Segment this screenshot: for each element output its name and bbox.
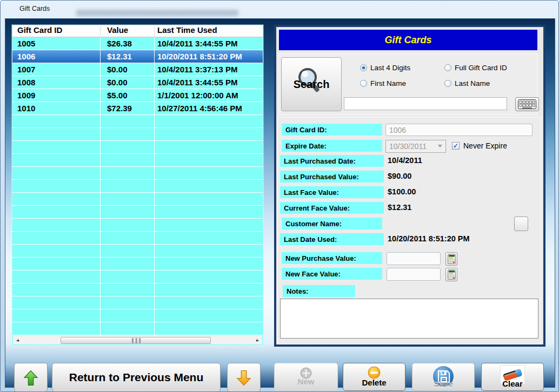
return-to-previous-menu-button[interactable]: Return to Previous Menu (52, 363, 221, 392)
radio-label: First Name (370, 79, 406, 87)
radio-icon[interactable] (360, 80, 367, 87)
cell-value: $5.00 (100, 89, 154, 102)
panel-title: Gift Cards (279, 30, 537, 50)
new-button-label: New (275, 377, 337, 386)
return-button-label: Return to Previous Menu (69, 371, 204, 384)
expire-date-label: Expire Date: (282, 140, 382, 152)
content-area: Gift Card ID Value Last Time Used 1005 $… (5, 18, 555, 388)
fields-section: Gift Card ID: Expire Date: 10/30/2011 ✓ … (277, 117, 541, 344)
expire-date-value: 10/30/2011 (389, 142, 427, 151)
last-purchased-date-value: 10/4/2011 (388, 156, 422, 165)
last-date-used-value: 10/20/2011 8:51:20 PM (388, 234, 470, 243)
calculator-icon (448, 254, 456, 264)
search-section: Search Last 4 Digits Full Gift Card ID F… (278, 53, 538, 115)
radio-icon[interactable] (444, 64, 451, 71)
header-separator (100, 26, 101, 36)
column-header-value[interactable]: Value (100, 25, 154, 37)
last-purchased-value-value: $90.00 (388, 172, 411, 180)
title-bar: Gift Cards (1, 1, 558, 18)
scrollbar-thumb[interactable]: ▐▐▐ (61, 337, 211, 344)
save-button-label: Save (412, 379, 474, 388)
cell-value: $0.00 (100, 76, 154, 89)
customer-name-label: Customer Name: (282, 218, 382, 229)
last-date-used-label: Last Date Used: (280, 233, 384, 245)
empty-row (12, 141, 263, 154)
cell-id: 1008 (12, 76, 100, 89)
cell-value: $72.39 (100, 102, 154, 114)
header-separator (154, 26, 155, 36)
save-button[interactable]: Save (412, 363, 475, 391)
empty-row (12, 167, 263, 180)
empty-row (12, 258, 263, 271)
radio-icon[interactable] (360, 64, 367, 71)
cell-last-used: 10/4/2011 3:37:13 PM (154, 63, 263, 76)
keyboard-button[interactable] (515, 97, 539, 111)
new-purchase-value-input[interactable] (387, 252, 441, 265)
radio-first-name[interactable]: First Name (360, 79, 406, 87)
notes-label: Notes: (283, 285, 355, 297)
last-face-value-value: $100.00 (388, 187, 416, 196)
table-row[interactable]: 1007 $0.00 10/4/2011 3:37:13 PM (12, 63, 263, 76)
cell-last-used: 10/27/2011 4:56:46 PM (154, 102, 263, 114)
empty-row (12, 115, 263, 128)
current-face-value-label: Current Face Value: (280, 202, 384, 214)
cell-last-used: 1/1/2001 12:00:00 AM (154, 89, 263, 102)
empty-row (12, 232, 263, 245)
radio-last-name[interactable]: Last Name (444, 79, 490, 87)
search-button[interactable]: Search (281, 57, 342, 111)
radio-full-gift-card-id[interactable]: Full Gift Card ID (444, 64, 507, 72)
radio-label: Last 4 Digits (370, 64, 410, 72)
horizontal-scrollbar[interactable]: ◄ ▐▐▐ ► (13, 335, 262, 344)
notes-textarea[interactable] (280, 299, 538, 339)
never-expire-checkbox[interactable]: ✓ (452, 142, 460, 150)
new-face-value-input[interactable] (387, 268, 441, 281)
current-face-value-value: $12.31 (388, 203, 411, 212)
radio-last-4-digits[interactable]: Last 4 Digits (360, 64, 410, 72)
delete-button[interactable]: Delete (343, 363, 405, 391)
empty-row (12, 180, 263, 193)
radio-label: Last Name (455, 79, 490, 87)
empty-row (12, 309, 263, 322)
expire-date-dropdown[interactable]: 10/30/2011 (385, 140, 446, 153)
scroll-up-button[interactable] (14, 363, 48, 392)
calculator-button[interactable] (445, 252, 457, 266)
customer-lookup-button[interactable] (514, 217, 528, 231)
gift-card-id-label: Gift Card ID: (282, 124, 382, 136)
table-row[interactable]: 1010 $72.39 10/27/2011 4:56:46 PM (12, 102, 263, 115)
column-header-last-time-used[interactable]: Last Time Used (154, 25, 263, 37)
table-row[interactable]: 1009 $5.00 1/1/2001 12:00:00 AM (12, 89, 263, 102)
empty-row (12, 193, 263, 206)
new-face-value-label: New Face Value: (282, 268, 382, 280)
gift-cards-window: Gift Cards Gift Card ID Value Last Time … (0, 0, 559, 392)
cell-value: $26.38 (100, 37, 154, 50)
radio-icon[interactable] (444, 80, 451, 87)
search-input[interactable] (344, 97, 507, 110)
last-purchased-date-label: Last Purchased Date: (280, 155, 384, 167)
table-row[interactable]: 1008 $0.00 10/4/2011 3:44:55 PM (12, 76, 263, 89)
green-up-arrow-icon (22, 369, 39, 387)
calculator-button[interactable] (445, 268, 457, 281)
never-expire-label: Never Expire (463, 141, 507, 150)
scroll-down-button[interactable] (227, 363, 261, 392)
scroll-left-arrow-icon[interactable]: ◄ (13, 336, 22, 344)
clear-button-label: Clear (482, 379, 543, 388)
cell-id: 1006 (12, 50, 100, 63)
empty-row (12, 283, 263, 296)
column-header-gift-card-id[interactable]: Gift Card ID (12, 25, 100, 37)
empty-row (12, 296, 263, 309)
table-row[interactable]: 1005 $26.38 10/4/2011 3:44:55 PM (12, 37, 263, 50)
table-row-selected[interactable]: 1006 $12.31 10/20/2011 8:51:20 PM (12, 50, 263, 63)
empty-row (12, 322, 263, 335)
calculator-icon (448, 269, 456, 280)
cell-value: $0.00 (100, 63, 154, 76)
new-button[interactable]: New (274, 363, 338, 391)
chevron-down-icon (438, 145, 442, 147)
scroll-right-arrow-icon[interactable]: ► (253, 336, 262, 344)
table-header-row: Gift Card ID Value Last Time Used (12, 25, 263, 37)
empty-row (12, 271, 263, 283)
gift-card-id-input[interactable] (385, 124, 533, 136)
empty-row (12, 245, 263, 258)
gift-card-detail-panel: Gift Cards Search Last 4 Digits F (274, 25, 545, 347)
clear-button[interactable]: Clear (481, 363, 544, 391)
cell-last-used: 10/4/2011 3:44:55 PM (154, 76, 263, 89)
